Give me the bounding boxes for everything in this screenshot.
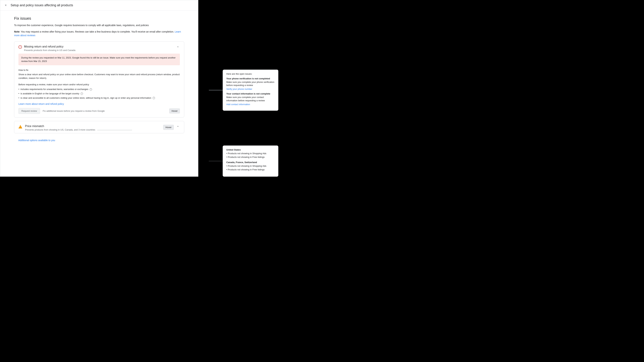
verify-phone-link[interactable]: Verify your phone number <box>226 88 252 90</box>
page-title: Setup and policy issues affecting all pr… <box>10 4 73 7</box>
chevron-up-icon-1[interactable]: ⌃ <box>176 45 180 50</box>
review-warning-box: During the review you requested on Mar 1… <box>18 54 180 65</box>
fix-issues-title: Fix issues <box>14 16 184 21</box>
tooltip-1-header: Here are the open issues: <box>226 73 275 75</box>
checklist-item-1-text: includes requirements for unwanted items… <box>20 88 88 91</box>
full-layout: × Setup and policy issues affecting all … <box>0 0 278 177</box>
issue-card-2: Price mismatch Prevents products from sh… <box>14 121 184 133</box>
issue-1-title: Missing return and refund policy <box>24 45 76 48</box>
issue-card-2-header: Price mismatch Prevents products from sh… <box>14 121 184 133</box>
issue-card-1: Missing return and refund policy Prevent… <box>14 42 184 118</box>
issue-card-1-body: During the review you requested on Mar 1… <box>14 54 184 117</box>
fix-message: Fix additional issues before you request… <box>43 110 105 112</box>
card-actions-1: Request review Fix additional issues bef… <box>18 108 180 114</box>
tooltip-2-country-1-bullet-2: Products not showing in Free listings <box>226 155 275 159</box>
right-tooltips-area: Here are the open issues: Your phone ver… <box>209 0 278 177</box>
close-button[interactable]: × <box>4 3 8 8</box>
note-text: : You may request a review after fixing … <box>20 30 174 33</box>
content-area: Fix issues To improve the customer exper… <box>0 11 198 176</box>
how-to-fix-label: How to fix <box>18 69 180 71</box>
tooltip-2-section-2: Canada, France, Switzerland Products not… <box>226 161 275 172</box>
main-panel: × Setup and policy issues affecting all … <box>0 0 198 177</box>
help-icon-1[interactable]: ? <box>90 88 92 91</box>
tooltip-1: Here are the open issues: Your phone ver… <box>223 70 278 111</box>
tooltip-2-country-2-bullet-2: Products not showing in Free listings <box>226 168 275 172</box>
checklist-item-3: is clear and accessible to all customers… <box>18 96 180 100</box>
issue-card-1-header-left: Missing return and refund policy Prevent… <box>18 45 76 52</box>
hover-label-2[interactable]: Hover <box>163 125 174 130</box>
note-label: Note <box>14 30 20 33</box>
tooltip-2: United States Products not showing in Sh… <box>223 146 278 177</box>
fix-issues-note: Note: You may request a review after fix… <box>14 30 184 37</box>
checklist: includes requirements for unwanted items… <box>18 88 180 100</box>
tooltip-1-section-2: Your contact information is not complete… <box>226 92 275 106</box>
warning-icon <box>18 125 22 128</box>
checklist-item-2-text: is available in English or the language … <box>20 92 79 95</box>
issue-card-2-header-left: Price mismatch Prevents products from sh… <box>18 125 132 131</box>
issue-2-title: Price mismatch <box>25 125 132 128</box>
header: × Setup and policy issues affecting all … <box>0 0 198 11</box>
issue-2-subtitle: Prevents products from showing in US, Ca… <box>25 128 132 131</box>
hover-label-1[interactable]: Hover <box>169 108 180 114</box>
help-icon-3[interactable]: ? <box>152 97 155 99</box>
tooltip-1-section-1: Your phone verification is not completed… <box>226 77 275 90</box>
add-contact-link[interactable]: Add contact information <box>226 103 250 106</box>
checklist-item-1: includes requirements for unwanted items… <box>18 88 180 91</box>
checklist-intro: Before requesting a review, make sure yo… <box>18 83 180 86</box>
fix-issues-description: To improve the customer experience, Goog… <box>14 24 184 27</box>
tooltip-2-country-2-bullet-1: Products not showing in Shopping Ads <box>226 164 275 168</box>
issue-2-subtitle-text: Prevents products from showing in US, Ca… <box>25 128 95 131</box>
help-icon-2[interactable]: ? <box>80 92 83 95</box>
tooltip-2-section-1: United States Products not showing in Sh… <box>226 148 275 159</box>
error-icon <box>18 45 22 49</box>
learn-more-return-policy-link[interactable]: Learn more about return and refund polic… <box>18 103 64 105</box>
tooltip-1-issue-1-desc: Make sure you complete your phone verifi… <box>226 81 275 87</box>
tooltip-1-issue-2-title: Your contact information is not complete <box>226 92 275 95</box>
tooltip-2-country-2-title: Canada, France, Switzerland <box>226 161 275 164</box>
checklist-item-3-text: is clear and accessible to all customers… <box>20 97 151 99</box>
issue-card-1-header: Missing return and refund policy Prevent… <box>14 42 184 54</box>
how-to-fix-text: Show a clear return and refund policy on… <box>18 73 180 80</box>
request-review-button[interactable]: Request review <box>18 108 40 114</box>
tooltip2-row: United States Products not showing in Sh… <box>209 146 278 177</box>
additional-options-link[interactable]: Additional options available to you <box>14 137 59 144</box>
tooltip-2-country-1-bullet-1: Products not showing in Shopping Ads <box>226 152 275 155</box>
tooltip1-row: Here are the open issues: Your phone ver… <box>209 70 278 111</box>
checklist-item-2: is available in English or the language … <box>18 92 180 96</box>
tooltip-1-issue-2-desc: Make sure you complete your contact info… <box>226 96 275 102</box>
issue-1-subtitle: Prevents products from showing in US and… <box>24 49 76 52</box>
tooltip-1-issue-1-title: Your phone verification is not completed <box>226 77 275 80</box>
issue-2-title-area: Price mismatch Prevents products from sh… <box>25 125 132 131</box>
chevron-up-icon-2[interactable]: ⌃ <box>176 125 180 130</box>
issue-1-title-area: Missing return and refund policy Prevent… <box>24 45 76 52</box>
tooltip-2-country-1-title: United States <box>226 148 275 151</box>
